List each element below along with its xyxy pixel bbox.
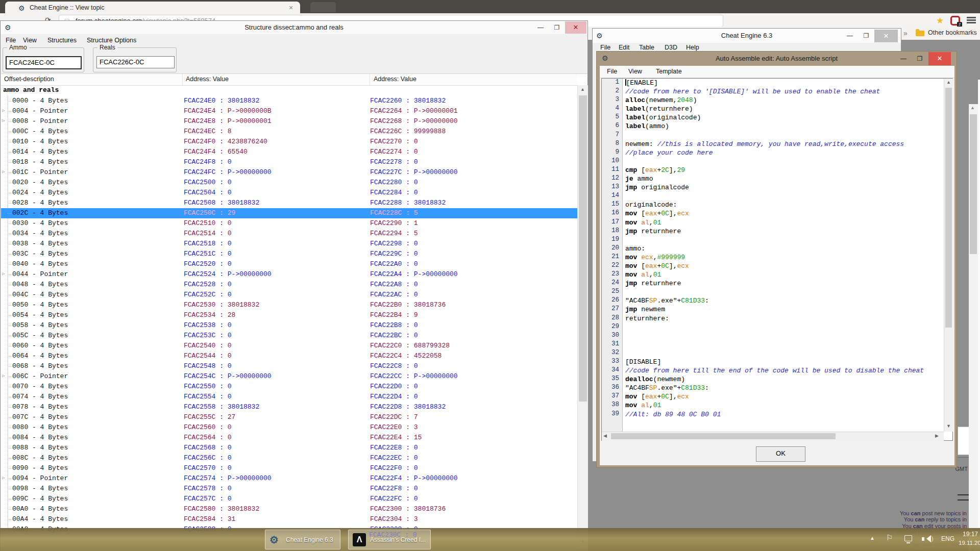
table-row[interactable]: 0028 - 4 BytesFCAC2508 : 38018832FCAC228… xyxy=(1,198,577,208)
table-row[interactable]: 0018 - 4 BytesFCAC24F8 : 0FCAC2278 : 0 xyxy=(1,157,577,167)
table-row[interactable]: 002C - 4 BytesFCAC250C : 29FCAC228C : 5 xyxy=(1,208,577,218)
table-row[interactable]: 005C - 4 BytesFCAC253C : 0FCAC22BC : 0 xyxy=(1,331,577,341)
table-row[interactable]: 0098 - 4 BytesFCAC2578 : 0FCAC22F8 : 0 xyxy=(1,484,577,494)
scroll-down-icon[interactable]: ▼ xyxy=(946,423,951,429)
table-row[interactable]: 0014 - 4 BytesFCAC24F4 : 65540FCAC2274 :… xyxy=(1,147,577,157)
table-row[interactable]: ▷0044 - PointerFCAC2524 : P->00000000FCA… xyxy=(1,269,577,280)
table-row[interactable]: ▷006C - PointerFCAC254C : P->00000000FCA… xyxy=(1,371,577,382)
column-header-address-value-2[interactable]: Address: Value xyxy=(374,76,416,83)
table-row[interactable]: 00A4 - 4 BytesFCAC2584 : 31FCAC2304 : 3 xyxy=(1,514,577,524)
column-divider[interactable] xyxy=(182,74,183,85)
menu-view[interactable]: View xyxy=(628,68,642,75)
expand-icon[interactable]: ▷ xyxy=(2,271,5,277)
table-row[interactable]: 0024 - 4 BytesFCAC2504 : 0FCAC2284 : 0 xyxy=(1,188,577,198)
taskbar-button-assassins-creed[interactable]: Λ Assassin's Creed I... xyxy=(348,530,431,549)
menu-structure-options[interactable]: Structure Options xyxy=(87,37,136,44)
ammo-address-input[interactable]: FCAC24EC-0C xyxy=(6,56,82,69)
table-row[interactable]: 0068 - 4 BytesFCAC2548 : 0FCAC22C8 : 0 xyxy=(1,361,577,371)
expand-icon[interactable]: ▷ xyxy=(2,373,5,379)
network-icon[interactable] xyxy=(904,535,912,541)
table-row[interactable]: 008C - 4 BytesFCAC256C : 0FCAC22EC : 0 xyxy=(1,453,577,463)
table-row[interactable]: 0054 - 4 BytesFCAC2534 : 28FCAC22B4 : 9 xyxy=(1,310,577,320)
table-row[interactable]: 009C - 4 BytesFCAC257C : 0FCAC22FC : 0 xyxy=(1,494,577,504)
minimize-button[interactable]: — xyxy=(842,30,858,42)
table-row[interactable]: 004C - 4 BytesFCAC252C : 0FCAC22AC : 0 xyxy=(1,290,577,300)
table-row[interactable]: 0034 - 4 BytesFCAC2514 : 0FCAC2294 : 5 xyxy=(1,229,577,239)
expand-icon[interactable]: ▷ xyxy=(2,169,5,174)
table-row[interactable]: 0038 - 4 BytesFCAC2518 : 0FCAC2298 : 0 xyxy=(1,239,577,249)
table-row[interactable]: 0080 - 4 BytesFCAC2560 : 0FCAC22E0 : 3 xyxy=(1,422,577,433)
table-row[interactable]: 007C - 4 BytesFCAC255C : 27FCAC22DC : 7 xyxy=(1,412,577,422)
expand-icon[interactable]: ▷ xyxy=(2,475,5,481)
tray-overflow-icon[interactable]: ▲ xyxy=(870,535,875,541)
expand-icon[interactable]: ▷ xyxy=(2,118,5,123)
scroll-left-icon[interactable]: ◀ xyxy=(603,433,607,438)
script-editor[interactable]: 1234567891011121314151617181920212223242… xyxy=(601,78,953,441)
maximize-button[interactable]: ❐ xyxy=(549,21,565,34)
table-row[interactable]: 00A0 - 4 BytesFCAC2580 : 38018832FCAC230… xyxy=(1,504,577,514)
minimize-button[interactable]: — xyxy=(532,21,549,34)
volume-icon[interactable] xyxy=(922,535,933,543)
table-row[interactable]: ▷0004 - PointerFCAC24E4 : P->0000000BFCA… xyxy=(1,106,577,116)
tab-close-icon[interactable]: × xyxy=(289,4,293,12)
table-row[interactable]: 0020 - 4 BytesFCAC2500 : 0FCAC2280 : 0 xyxy=(1,178,577,188)
table-row[interactable]: 0078 - 4 BytesFCAC2558 : 38018832FCAC22D… xyxy=(1,402,577,412)
menu-edit[interactable]: Edit xyxy=(619,44,630,51)
menu-structures[interactable]: Structures xyxy=(47,37,77,44)
reals-address-input[interactable]: FCAC226C-0C xyxy=(96,56,175,68)
browser-menu-icon[interactable] xyxy=(967,17,976,23)
table-row[interactable]: 0064 - 4 BytesFCAC2544 : 0FCAC22C4 : 452… xyxy=(1,351,577,361)
table-row[interactable]: 0030 - 4 BytesFCAC2510 : 0FCAC2290 : 1 xyxy=(1,218,577,229)
browser-vertical-scrollbar[interactable]: ▲ ▼ xyxy=(969,104,978,551)
structure-vertical-scrollbar[interactable]: ▲ ▼ xyxy=(577,85,588,551)
menu-template[interactable]: Template xyxy=(656,68,682,75)
editor-vertical-scrollbar[interactable]: ▲ ▼ xyxy=(944,79,953,432)
maximize-button[interactable]: ❐ xyxy=(912,53,928,65)
editor-horizontal-scrollbar[interactable]: ◀ ▶ xyxy=(602,432,944,441)
menu-file[interactable]: File xyxy=(600,44,610,51)
table-row[interactable]: ▷001C - PointerFCAC24FC : P->00000000FCA… xyxy=(1,167,577,178)
maximize-button[interactable]: ❐ xyxy=(858,30,874,42)
structure-root-label[interactable]: ammo and reals xyxy=(3,86,59,94)
expand-icon[interactable]: ▷ xyxy=(2,108,5,113)
other-bookmarks-button[interactable]: Other bookmarks xyxy=(928,29,977,36)
menu-file[interactable]: File xyxy=(607,68,617,75)
bookmark-star-icon[interactable]: ★ xyxy=(936,15,944,26)
table-row[interactable]: 0090 - 4 BytesFCAC2570 : 0FCAC22F0 : 0 xyxy=(1,463,577,473)
clock[interactable]: 19:17 19.11.2013 г. xyxy=(959,530,978,547)
table-row[interactable]: 0050 - 4 BytesFCAC2530 : 38018832FCAC22B… xyxy=(1,300,577,310)
ok-button[interactable]: OK xyxy=(756,446,805,462)
table-row[interactable]: 0048 - 4 BytesFCAC2528 : 0FCAC22A8 : 0 xyxy=(1,280,577,290)
language-indicator[interactable]: ENG xyxy=(941,535,954,542)
menu-file[interactable]: File xyxy=(6,37,16,44)
table-row[interactable]: 0040 - 4 BytesFCAC2520 : 0FCAC22A0 : 0 xyxy=(1,259,577,269)
column-header-address-value-1[interactable]: Address: Value xyxy=(186,76,229,83)
table-row[interactable]: 0010 - 4 BytesFCAC24F0 : 4238876240FCAC2… xyxy=(1,137,577,147)
minimize-button[interactable]: — xyxy=(895,53,912,65)
action-center-flag-icon[interactable]: ⚐ xyxy=(886,533,893,542)
column-header-offset[interactable]: Offset-description xyxy=(4,76,54,83)
table-row[interactable]: 0070 - 4 BytesFCAC2550 : 0FCAC22D0 : 0 xyxy=(1,382,577,392)
bookmarks-overflow-chevron[interactable]: » xyxy=(903,29,908,37)
menu-d3d[interactable]: D3D xyxy=(665,44,677,51)
scroll-up-icon[interactable]: ▲ xyxy=(580,87,585,92)
menu-table[interactable]: Table xyxy=(639,44,654,51)
scrollbar-thumb[interactable] xyxy=(970,114,977,254)
column-divider[interactable] xyxy=(370,74,370,85)
scroll-up-icon[interactable]: ▲ xyxy=(970,105,975,110)
scrollbar-thumb[interactable] xyxy=(611,433,836,439)
table-row[interactable]: ▷0094 - PointerFCAC2574 : P->00000000FCA… xyxy=(1,473,577,484)
extension-icon[interactable]: 2 xyxy=(950,16,960,26)
table-row[interactable]: 0000 - 4 BytesFCAC24E0 : 38018832FCAC226… xyxy=(1,96,577,106)
table-row[interactable]: 000C - 4 BytesFCAC24EC : 8FCAC226C : 999… xyxy=(1,127,577,137)
scroll-up-icon[interactable]: ▲ xyxy=(946,80,951,85)
table-row[interactable]: ▷0008 - PointerFCAC24E8 : P->00000001FCA… xyxy=(1,116,577,127)
table-row[interactable]: 0074 - 4 BytesFCAC2554 : 0FCAC22D4 : 0 xyxy=(1,392,577,402)
scrollbar-thumb[interactable] xyxy=(579,95,587,402)
table-row[interactable]: 0060 - 4 BytesFCAC2540 : 0FCAC22C0 : 688… xyxy=(1,341,577,351)
title-bar[interactable]: ⚙ Structure dissect:ammo and reals xyxy=(1,21,587,34)
table-row[interactable]: 0058 - 4 BytesFCAC2538 : 0FCAC22B8 : 0 xyxy=(1,320,577,331)
scroll-right-icon[interactable]: ▶ xyxy=(935,433,939,438)
table-row[interactable]: 0084 - 4 BytesFCAC2564 : 0FCAC22E4 : 15 xyxy=(1,433,577,443)
menu-help[interactable]: Help xyxy=(686,44,699,51)
